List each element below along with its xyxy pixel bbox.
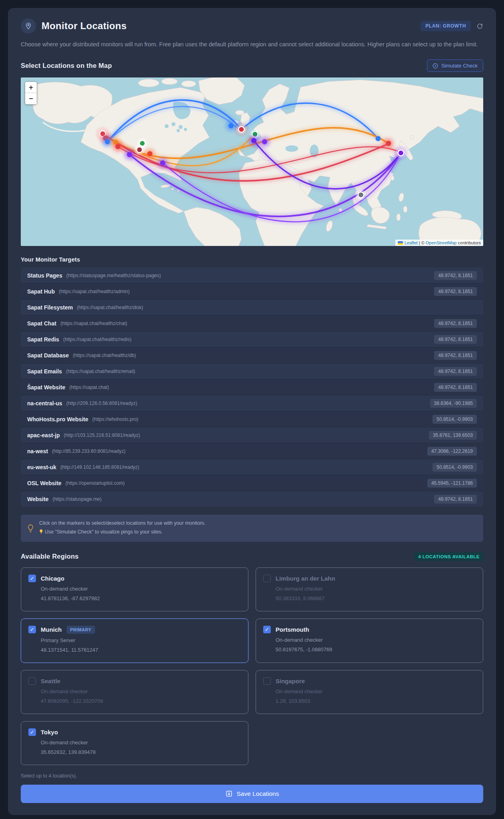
target-row-sapat-redis: Sapat Redis(https://sapat.chat/healthz/r… <box>21 331 483 347</box>
region-card-seattle[interactable]: SeattleOn-demand checker47.6062095, -122… <box>21 670 248 714</box>
regions-section-header: Available Regions 4 LOCATIONS AVAILABLE <box>21 552 483 561</box>
region-coords: 41.8781136, -87.6297982 <box>41 595 241 601</box>
region-checkbox-limburg-an-der-lahn[interactable] <box>263 575 271 582</box>
target-url: (https://openstartuplist.com) <box>65 480 125 486</box>
target-url: (https://sapat.chat/healthz/email) <box>66 369 135 374</box>
tip-text: Click on the markers to select/deselect … <box>39 519 206 537</box>
target-coords-badge: 48.9742, 8.1851 <box>434 335 477 344</box>
region-card-head: ✓Portsmouth <box>263 626 476 633</box>
target-coords-badge: 48.9742, 8.1851 <box>434 495 477 504</box>
map-marker[interactable] <box>127 152 132 157</box>
region-checkbox-chicago[interactable]: ✓ <box>28 575 36 582</box>
region-checkbox-tokyo[interactable]: ✓ <box>28 728 36 736</box>
target-url: (http://85.239.233.60:8081/readyz) <box>52 448 125 454</box>
region-checkbox-singapore[interactable] <box>263 677 271 685</box>
map-marker[interactable] <box>160 161 165 166</box>
target-coords-badge: 50.8514, -0.9903 <box>433 463 477 472</box>
target-coords-badge: 45.5945, -121.1786 <box>427 479 477 488</box>
target-url: (https://sapat.chat/healthz/redis) <box>63 337 131 342</box>
regions-heading: Available Regions <box>21 553 79 560</box>
region-subtitle: On-demand checker <box>276 586 476 592</box>
target-url: (https://sapat.chat/healthz/chat) <box>60 321 127 326</box>
target-url: (https://statuspage.me/healthz/status-pa… <box>66 273 161 278</box>
target-name: eu-west-uk <box>27 464 56 470</box>
lightbulb-small-icon <box>39 529 43 537</box>
region-card-munich[interactable]: ✓MunichPRIMARYPrimary Server48.1371541, … <box>21 619 248 663</box>
map-zoom-out-button[interactable]: − <box>25 93 37 104</box>
monitor-locations-panel: Monitor Locations PLAN: GROWTH Choose wh… <box>8 8 496 815</box>
region-checkbox-seattle[interactable] <box>28 677 36 685</box>
region-coords: 50.383333, 8.066667 <box>276 595 476 601</box>
map-marker-singapore[interactable] <box>358 192 364 198</box>
region-card-chicago[interactable]: ✓ChicagoOn-demand checker41.8781136, -87… <box>21 567 248 611</box>
page-title: Monitor Locations <box>42 20 127 32</box>
page: Monitor Locations PLAN: GROWTH Choose wh… <box>0 0 504 819</box>
region-name: Munich <box>41 626 62 633</box>
target-row-na-central-us: na-central-us(http://209.126.0.56:8081/r… <box>21 395 483 411</box>
target-row-website: Website(https://statuspage.me)48.9742, 8… <box>21 491 483 507</box>
region-coords: 1.29, 103.8503 <box>276 698 476 704</box>
region-card-head: Limburg an der Lahn <box>263 575 476 582</box>
simulate-check-button[interactable]: Simulate Check <box>427 59 483 72</box>
attribution-tail: contributors <box>456 240 481 245</box>
map-marker[interactable] <box>228 123 234 129</box>
map-marker[interactable] <box>147 151 153 157</box>
targets-list: Status Pages(https://statuspage.me/healt… <box>21 268 483 507</box>
region-checkbox-munich[interactable]: ✓ <box>28 626 36 633</box>
region-name: Portsmouth <box>276 626 309 633</box>
target-name: Šapat Website <box>27 384 65 391</box>
target-coords-badge: 48.9742, 8.1851 <box>434 319 477 328</box>
map-marker[interactable] <box>386 141 391 146</box>
regions-grid: ✓ChicagoOn-demand checker41.8781136, -87… <box>21 567 483 765</box>
target-row-osl-website: OSL Website(https://openstartuplist.com)… <box>21 475 483 491</box>
region-subtitle: On-demand checker <box>276 688 476 694</box>
target-coords-badge: 48.9742, 8.1851 <box>434 271 477 280</box>
map-marker[interactable] <box>137 147 143 153</box>
region-card-portsmouth[interactable]: ✓PortsmouthOn-demand checker50.8197675, … <box>256 619 483 663</box>
map-zoom-in-button[interactable]: + <box>25 82 37 93</box>
description: Choose where your distributed monitors w… <box>21 40 483 49</box>
map-attribution: Leaflet | © OpenStreetMap contributors <box>395 240 483 246</box>
region-card-singapore[interactable]: SingaporeOn-demand checker1.29, 103.8503 <box>256 670 483 714</box>
target-url: (https://sapat.chat) <box>69 385 109 390</box>
region-name: Chicago <box>41 575 64 582</box>
save-box-arrow-icon <box>225 790 233 797</box>
map-marker-portsmouth[interactable] <box>238 127 244 133</box>
map-marker-tokyo[interactable] <box>398 150 404 156</box>
select-limit-note: Select up to 4 location(s). <box>21 773 483 779</box>
target-url: (http://149.102.146.185:8081/readyz) <box>60 464 139 470</box>
target-name: Sapat Hub <box>27 288 55 295</box>
map-marker[interactable] <box>375 136 381 141</box>
region-checkbox-portsmouth[interactable]: ✓ <box>263 626 271 633</box>
ping-route <box>241 103 378 139</box>
map-marker[interactable] <box>251 138 256 143</box>
target-coords-badge: 38.6364, -90.1985 <box>430 399 477 408</box>
target-row-eu-west-uk: eu-west-uk(http://149.102.146.185:8081/r… <box>21 459 483 475</box>
map[interactable]: + − Leaflet | © OpenStreetMap contributo… <box>21 77 483 246</box>
region-card-limburg-an-der-lahn[interactable]: Limburg an der LahnOn-demand checker50.3… <box>256 567 483 611</box>
save-locations-button[interactable]: Save Locations <box>21 785 483 803</box>
target-coords-badge: 48.9742, 8.1851 <box>434 367 477 376</box>
region-name: Limburg an der Lahn <box>276 575 335 582</box>
region-card-head: ✓MunichPRIMARY <box>28 626 241 634</box>
region-card-head: ✓Chicago <box>28 575 241 582</box>
target-name: Sapat Database <box>27 352 69 359</box>
map-marker[interactable] <box>262 139 267 145</box>
map-marker[interactable] <box>115 144 121 149</box>
target-url: (https://whohosts.pro) <box>92 416 138 422</box>
region-subtitle: On-demand checker <box>41 586 241 592</box>
region-subtitle: On-demand checker <box>41 740 241 746</box>
map-zoom-control: + − <box>25 81 37 105</box>
target-row-status-pages: Status Pages(https://statuspage.me/healt… <box>21 268 483 283</box>
refresh-icon[interactable] <box>476 23 483 30</box>
openstreetmap-link[interactable]: OpenStreetMap <box>426 240 457 245</box>
region-card-tokyo[interactable]: ✓TokyoOn-demand checker35.652832, 139.83… <box>21 721 248 765</box>
map-marker[interactable] <box>105 139 110 145</box>
target-name: na-west <box>27 448 48 454</box>
lightbulb-icon <box>27 524 34 533</box>
ukraine-flag-icon <box>398 241 403 245</box>
header: Monitor Locations PLAN: GROWTH <box>21 18 483 34</box>
primary-badge: PRIMARY <box>67 626 95 634</box>
save-locations-label: Save Locations <box>237 790 279 797</box>
leaflet-link[interactable]: Leaflet <box>405 240 418 245</box>
